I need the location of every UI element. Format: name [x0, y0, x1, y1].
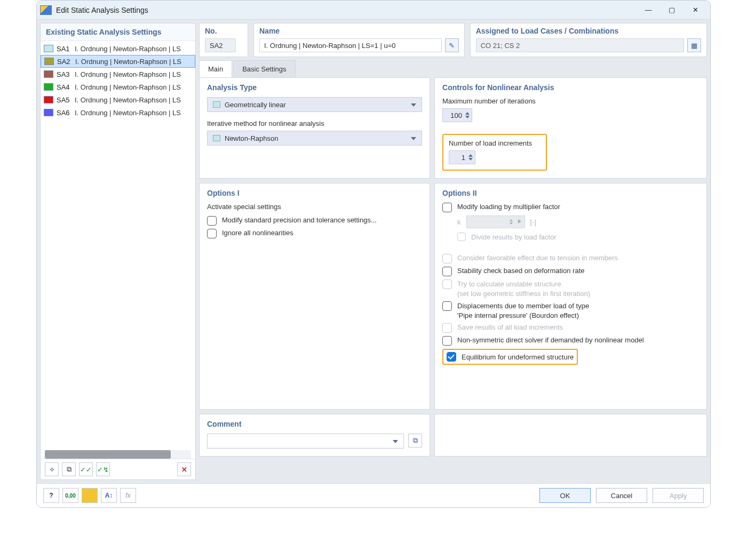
- sidebar-item-label: I. Ordnung | Newton-Raphson | LS: [75, 58, 181, 66]
- number-panel: No. SA2: [199, 23, 248, 57]
- sidebar-item-sa4[interactable]: SA4I. Ordnung | Newton-Raphson | LS: [41, 81, 195, 93]
- modify-precision-row[interactable]: Modify standard precision and tolerance …: [207, 216, 422, 226]
- sidebar-checkall-button[interactable]: ✓✓: [79, 462, 93, 476]
- controls-nonlinear-section: Controls for Nonlinear Analysis Maximum …: [434, 77, 707, 179]
- sidebar-item-label: I. Ordnung | Newton-Raphson | LS: [75, 109, 181, 117]
- options-1-section: Options I Activate special settings Modi…: [199, 183, 430, 410]
- k-unit-label: [-]: [530, 218, 537, 226]
- checkbox-icon: [442, 254, 452, 263]
- checkbox-icon: [442, 267, 452, 276]
- swatch-icon: [44, 58, 54, 65]
- sidebar-item-sa6[interactable]: SA6I. Ordnung | Newton-Raphson | LS: [41, 106, 195, 119]
- checkbox-icon: [207, 229, 217, 238]
- max-iter-label: Maximum number of iterations: [442, 97, 699, 105]
- assigned-grid-button[interactable]: ▦: [687, 38, 701, 52]
- sidebar-delete-button[interactable]: ✕: [177, 462, 191, 476]
- nonsymmetric-solver-row[interactable]: Non-symmetric direct solver if demanded …: [442, 336, 699, 346]
- swatch-icon: [44, 83, 53, 91]
- checkbox-icon[interactable]: [447, 352, 456, 362]
- sidebar-item-sa5[interactable]: SA5I. Ordnung | Newton-Raphson | LS: [41, 93, 195, 106]
- name-edit-button[interactable]: ✎: [445, 38, 459, 52]
- options-2-section: Options II Modify loading by multiplier …: [434, 183, 707, 410]
- sidebar-item-label: I. Ordnung | Newton-Raphson | LS: [75, 45, 181, 53]
- options1-title: Options I: [207, 189, 422, 197]
- swatch-icon: [44, 70, 53, 78]
- comment-section: Comment ⧉: [199, 414, 430, 457]
- swatch-icon: [44, 96, 53, 103]
- sidebar-scrollbar[interactable]: [45, 450, 191, 459]
- main-pane: No. SA2 Name I. Ordnung | Newton-Raphson…: [199, 23, 707, 480]
- load-increments-highlight: Number of load increments 1: [442, 134, 547, 171]
- sidebar-copy-button[interactable]: ⧉: [62, 462, 76, 476]
- sidebar-item-id: SA1: [57, 45, 75, 53]
- stability-check-row[interactable]: Stability check based on deformation rat…: [442, 267, 699, 276]
- assigned-field: CO 21; CS 2: [476, 38, 684, 52]
- close-button[interactable]: ✕: [684, 3, 707, 18]
- sidebar-checkswap-button[interactable]: ✓↯: [96, 462, 110, 476]
- checkbox-icon: [442, 279, 452, 289]
- ignore-nonlinearities-row[interactable]: Ignore all nonlinearities: [207, 229, 422, 238]
- apply-button[interactable]: Apply: [653, 488, 704, 503]
- maximize-button[interactable]: ▢: [660, 3, 684, 18]
- footer: ? 0,00 A↕ fx OK Cancel Apply: [37, 483, 710, 507]
- number-field[interactable]: SA2: [205, 38, 236, 52]
- text-style-button[interactable]: A↕: [101, 488, 117, 503]
- number-label: No.: [205, 27, 242, 35]
- options2-title: Options II: [442, 189, 699, 197]
- k-label: k: [457, 218, 461, 226]
- comment-input[interactable]: [207, 434, 404, 449]
- comment-copy-button[interactable]: ⧉: [408, 434, 422, 447]
- activate-special-label: Activate special settings: [207, 203, 422, 211]
- sidebar: Existing Static Analysis Settings SA1I. …: [40, 23, 196, 480]
- ok-button[interactable]: OK: [539, 488, 591, 503]
- sidebar-new-button[interactable]: ✧: [45, 462, 59, 476]
- fx-button[interactable]: fx: [120, 488, 136, 503]
- cancel-button[interactable]: Cancel: [596, 488, 647, 503]
- equilibrium-highlight: Equilibrium for undeformed structure: [442, 349, 578, 365]
- checkbox-icon: [442, 323, 452, 333]
- modify-loading-row[interactable]: Modify loading by multiplier factor: [442, 203, 699, 212]
- tab-main[interactable]: Main: [199, 60, 232, 77]
- load-inc-label: Number of load increments: [449, 139, 541, 147]
- sidebar-item-label: I. Ordnung | Newton-Raphson | LS: [75, 83, 181, 91]
- dialog-window: Edit Static Analysis Settings — ▢ ✕ Exis…: [36, 0, 711, 508]
- name-input[interactable]: I. Ordnung | Newton-Raphson | LS=1 | u=0: [259, 38, 442, 52]
- sidebar-item-sa3[interactable]: SA3I. Ordnung | Newton-Raphson | LS: [41, 68, 195, 81]
- sidebar-list: SA1I. Ordnung | Newton-Raphson | LSSA2I.…: [41, 41, 195, 447]
- blank-panel: [434, 414, 707, 457]
- name-panel: Name I. Ordnung | Newton-Raphson | LS=1 …: [253, 23, 465, 57]
- checkbox-icon: [457, 233, 466, 241]
- body-grid: Analysis Type Geometrically linear Itera…: [199, 77, 707, 457]
- pipe-pressure-row[interactable]: Displacements due to member load of type…: [442, 301, 699, 320]
- checkbox-icon: [442, 336, 452, 346]
- analysis-type-section: Analysis Type Geometrically linear Itera…: [199, 77, 430, 179]
- tab-area: Main Basic Settings Analysis Type Geomet…: [199, 60, 707, 457]
- assigned-label: Assigned to Load Cases / Combinations: [476, 27, 701, 35]
- help-button[interactable]: ?: [43, 488, 59, 503]
- color-button[interactable]: [82, 488, 98, 503]
- controls-title: Controls for Nonlinear Analysis: [442, 83, 699, 92]
- units-button[interactable]: 0,00: [62, 488, 78, 503]
- max-iter-spinner[interactable]: 100: [442, 108, 472, 122]
- sidebar-item-id: SA5: [57, 96, 75, 104]
- sidebar-item-sa2[interactable]: SA2I. Ordnung | Newton-Raphson | LS: [41, 55, 195, 68]
- sidebar-item-id: SA3: [57, 70, 75, 78]
- iterative-method-dropdown[interactable]: Newton-Raphson: [207, 131, 422, 146]
- analysis-type-dropdown[interactable]: Geometrically linear: [207, 97, 422, 112]
- sidebar-item-label: I. Ordnung | Newton-Raphson | LS: [75, 70, 181, 78]
- iterative-method-label: Iterative method for nonlinear analysis: [207, 119, 422, 127]
- comment-title: Comment: [207, 420, 422, 428]
- sidebar-item-label: I. Ordnung | Newton-Raphson | LS: [75, 96, 181, 104]
- tab-basic-settings[interactable]: Basic Settings: [233, 60, 295, 77]
- sidebar-item-id: SA2: [57, 58, 75, 66]
- load-inc-spinner[interactable]: 1: [449, 150, 475, 164]
- save-increments-row: Save results of all load increments: [442, 323, 699, 333]
- sidebar-item-sa1[interactable]: SA1I. Ordnung | Newton-Raphson | LS: [41, 42, 195, 55]
- sidebar-header: Existing Static Analysis Settings: [41, 23, 195, 41]
- swatch-icon: [213, 101, 220, 108]
- sidebar-item-id: SA4: [57, 83, 75, 91]
- checkbox-icon: [442, 301, 452, 311]
- minimize-button[interactable]: —: [637, 3, 660, 18]
- assigned-panel: Assigned to Load Cases / Combinations CO…: [470, 23, 707, 57]
- k-factor-row: k [-]: [442, 215, 699, 228]
